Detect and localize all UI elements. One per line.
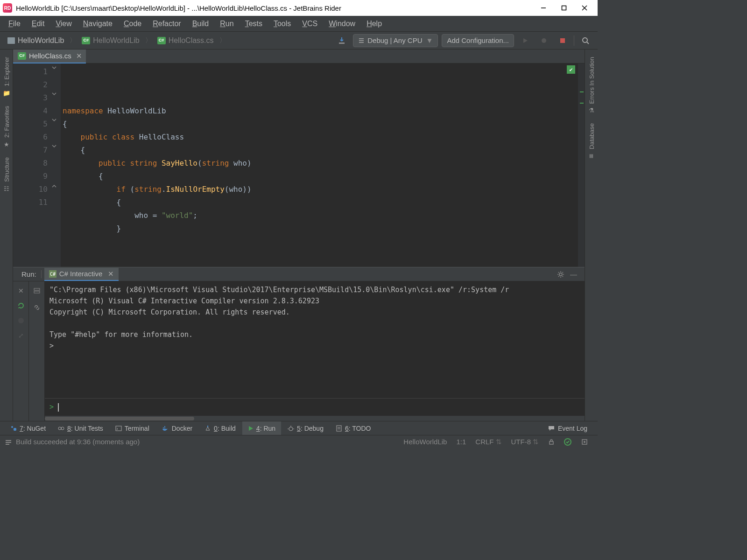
code-editor[interactable]: 1234567891011 ✔ namespace HelloWorldLib{… <box>13 63 585 267</box>
bottom-tab-nuget[interactable]: 7: NuGet <box>5 421 51 435</box>
svg-point-35 <box>584 441 585 443</box>
editor-tab-label: HelloClass.cs <box>29 52 71 60</box>
menu-refactor[interactable]: Refactor <box>147 18 186 30</box>
console-input[interactable]: > <box>45 398 585 415</box>
bottom-tab-build[interactable]: 0: Build <box>199 421 241 435</box>
breadcrumb-0[interactable]: HelloWorldLib <box>3 34 69 48</box>
bottom-tab-todo[interactable]: 6: TODO <box>330 421 377 435</box>
tool-favorites[interactable]: ★2: Favorites <box>2 101 11 153</box>
event-log-button[interactable]: Event Log <box>542 421 593 435</box>
tool-errors[interactable]: ⚗Errors In Solution <box>587 52 596 119</box>
window-title: HelloWorldLib [C:\Users\maart\Desktop\He… <box>16 4 341 12</box>
bottom-tab-docker[interactable]: Docker <box>156 421 198 435</box>
svg-line-8 <box>587 42 589 44</box>
expand-console-icon[interactable]: ⤢ <box>16 331 26 340</box>
docker-icon <box>162 425 169 432</box>
status-message: Build succeeded at 9:36 (moments ago) <box>16 438 140 446</box>
window-maximize-button[interactable] <box>554 0 574 16</box>
status-line-separator[interactable]: CRLF ⇅ <box>471 438 506 446</box>
error-stripe[interactable] <box>578 63 585 267</box>
background-tasks-icon[interactable] <box>576 438 593 446</box>
svg-rect-4 <box>339 42 345 44</box>
menu-tools[interactable]: Tools <box>268 18 296 30</box>
svg-rect-6 <box>560 38 565 43</box>
run-settings-icon[interactable] <box>555 269 566 280</box>
close-console-icon[interactable]: ✕ <box>16 286 26 295</box>
hide-run-panel-icon[interactable]: — <box>566 268 581 280</box>
layout-icon[interactable] <box>32 286 42 295</box>
menu-vcs[interactable]: VCS <box>296 18 323 30</box>
attach-icon[interactable] <box>32 303 42 312</box>
svg-rect-19 <box>116 426 121 431</box>
run-toolbar-primary: ✕ ⤢ <box>13 281 29 421</box>
solution-config-selector[interactable]: Debug | Any CPU ▼ <box>353 34 438 47</box>
close-tab-icon[interactable]: ✕ <box>76 52 82 60</box>
svg-point-15 <box>11 426 13 428</box>
run-tool-window: Run: C# C# Interactive ✕ — ✕ ⤢ <box>13 267 585 421</box>
svg-point-11 <box>559 273 562 276</box>
search-everywhere-button[interactable] <box>579 34 592 47</box>
readonly-lock-icon[interactable] <box>543 439 559 445</box>
svg-rect-20 <box>163 427 164 428</box>
bottom-tool-stripe: 7: NuGet8: Unit TestsTerminalDocker0: Bu… <box>0 421 598 435</box>
fold-gutter <box>51 63 61 267</box>
status-encoding[interactable]: UTF-8 ⇅ <box>507 438 544 446</box>
breadcrumb-1[interactable]: HelloWorldLib <box>77 34 144 48</box>
explorer-icon: 📁 <box>3 89 10 97</box>
svg-rect-1 <box>562 6 566 10</box>
menu-file[interactable]: File <box>3 18 26 30</box>
svg-rect-22 <box>164 426 165 427</box>
tool-database[interactable]: ≣Database <box>587 119 596 164</box>
menu-run[interactable]: Run <box>214 18 239 30</box>
menu-edit[interactable]: Edit <box>26 18 50 30</box>
bottom-tab-debug[interactable]: 5: Debug <box>282 421 329 435</box>
window-minimize-button[interactable] <box>533 0 554 16</box>
svg-rect-31 <box>6 444 9 445</box>
update-download-icon[interactable] <box>335 34 348 47</box>
debug-button[interactable] <box>537 34 550 47</box>
left-tool-stripe: 📁1: Explorer★2: Favorites☷Structure <box>0 49 13 421</box>
menu-navigate[interactable]: Navigate <box>78 18 118 30</box>
stop-icon[interactable] <box>16 316 26 325</box>
tool-explorer[interactable]: 📁1: Explorer <box>2 52 11 101</box>
csharp-file-icon <box>157 37 166 44</box>
bottom-tab-unit[interactable]: 8: Unit Tests <box>52 421 109 435</box>
menu-view[interactable]: View <box>50 18 77 30</box>
run-button[interactable] <box>519 34 532 47</box>
svg-rect-28 <box>337 426 341 431</box>
menu-build[interactable]: Build <box>187 18 215 30</box>
editor-tab-helloclass[interactable]: HelloClass.cs ✕ <box>13 49 86 63</box>
console-output[interactable]: "C:\Program Files (x86)\Microsoft Visual… <box>45 281 585 398</box>
status-branch[interactable]: HelloWorldLib <box>399 438 451 446</box>
add-configuration-button[interactable]: Add Configuration... <box>442 34 514 47</box>
breadcrumb-2[interactable]: HelloClass.cs <box>153 34 218 48</box>
menu-help[interactable]: Help <box>361 18 388 30</box>
inspection-status-icon[interactable] <box>559 438 576 446</box>
todo-icon <box>336 425 342 432</box>
run-tab-csharp-interactive[interactable]: C# C# Interactive ✕ <box>44 268 119 281</box>
run-panel-label: Run: <box>17 270 42 278</box>
svg-text:C#: C# <box>50 272 56 277</box>
code-area[interactable]: ✔ namespace HelloWorldLib{ public class … <box>61 63 578 267</box>
editor-tabs: HelloClass.cs ✕ <box>13 49 585 63</box>
menu-window[interactable]: Window <box>323 18 361 30</box>
svg-rect-21 <box>164 427 165 428</box>
bottom-tab-terminal[interactable]: Terminal <box>110 421 155 435</box>
rerun-icon[interactable] <box>16 301 26 310</box>
window-close-button[interactable] <box>574 0 595 16</box>
tool-structure[interactable]: ☷Structure <box>2 153 11 197</box>
bottom-tab-run[interactable]: 4: Run <box>242 421 281 435</box>
menu-tests[interactable]: Tests <box>240 18 268 30</box>
menu-code[interactable]: Code <box>118 18 147 30</box>
run-icon <box>248 426 254 431</box>
svg-point-12 <box>18 318 24 323</box>
console-horizontal-scrollbar[interactable] <box>45 415 585 421</box>
svg-rect-14 <box>34 291 40 293</box>
close-run-tab-icon[interactable]: ✕ <box>108 270 114 278</box>
chevron-right-icon: 〉 <box>70 36 76 45</box>
status-caret-position[interactable]: 1:1 <box>451 438 471 446</box>
line-number-gutter: 1234567891011 <box>13 63 51 267</box>
stop-button[interactable] <box>556 34 569 47</box>
status-icon <box>5 438 12 446</box>
analysis-ok-icon[interactable]: ✔ <box>567 65 575 74</box>
